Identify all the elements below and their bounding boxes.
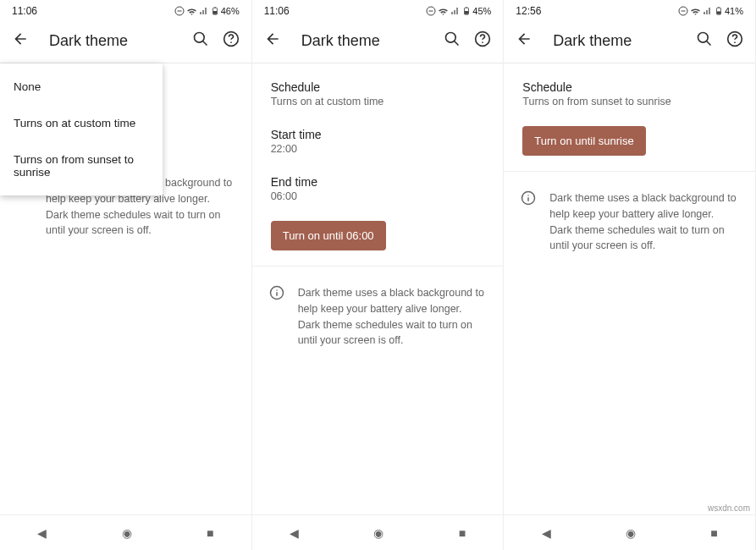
svg-point-24 [734,41,736,43]
svg-point-13 [446,33,456,43]
turn-on-button[interactable]: Turn on until 06:00 [271,221,386,250]
nav-back-icon[interactable]: ◀ [542,526,551,540]
nav-home-icon[interactable]: ◉ [122,526,132,540]
content-area: Schedule Turns on at custom time Start t… [252,63,504,514]
divider [504,171,755,172]
battery-text: 45% [472,6,491,16]
svg-point-26 [528,195,530,196]
schedule-label: Schedule [271,80,485,94]
content-area: None Turns on at custom time Turns on fr… [0,63,251,514]
status-icons: 45% [426,5,491,17]
back-icon[interactable] [12,30,29,51]
svg-point-17 [276,289,278,291]
schedule-item[interactable]: Schedule Turns on from sunset to sunrise [504,70,755,118]
phone-screen-1: 11:06 46% Dark theme None Turns on at cu… [0,0,252,550]
svg-rect-11 [465,11,468,14]
svg-point-6 [230,41,232,43]
clock: 11:06 [12,5,37,17]
clock: 12:56 [516,5,541,17]
svg-rect-2 [213,11,217,14]
start-time-label: Start time [271,128,485,141]
search-icon[interactable] [696,30,713,51]
schedule-value: Turns on from sunset to sunrise [522,96,737,107]
info-text: Dark theme uses a black background to he… [298,285,487,349]
help-icon[interactable] [223,30,240,51]
battery-icon [462,5,471,17]
back-icon[interactable] [264,30,281,51]
battery-icon [715,5,723,17]
dnd-icon [174,6,185,16]
nav-recent-icon[interactable]: ■ [710,526,717,540]
wifi-icon [186,6,197,17]
nav-home-icon[interactable]: ◉ [373,526,384,540]
end-time-value: 06:00 [271,190,485,202]
svg-rect-20 [717,11,720,14]
schedule-item[interactable]: Schedule Turns on at custom time [252,70,504,118]
schedule-menu: None Turns on at custom time Turns on fr… [0,63,163,195]
page-title: Dark theme [553,32,681,50]
signal-icon [703,6,713,16]
info-icon [269,285,284,300]
menu-option-sunset[interactable]: Turns on from sunset to sunrise [0,141,163,190]
end-time-item[interactable]: End time 06:00 [252,165,504,212]
back-icon[interactable] [516,30,533,51]
status-bar: 11:06 45% [252,0,504,20]
battery-text: 41% [725,6,743,16]
status-bar: 12:56 41% [504,0,755,20]
wifi primär-icon [690,6,701,17]
info-icon [521,190,536,206]
svg-point-4 [194,33,204,43]
search-icon[interactable] [444,30,461,51]
nav-recent-icon[interactable]: ■ [459,526,466,540]
dnd-icon [426,6,436,16]
info-row: Dark theme uses a black background to he… [504,179,755,266]
svg-rect-12 [466,7,467,8]
nav-back-icon[interactable]: ◀ [290,526,299,540]
battery-icon [211,5,219,17]
page-title: Dark theme [301,32,429,50]
divider [252,266,504,267]
battery-text: 46% [221,6,240,16]
svg-rect-21 [718,7,720,8]
clock: 11:06 [264,5,290,17]
svg-rect-3 [214,7,216,8]
watermark: wsxdn.com [708,503,750,513]
start-time-value: 22:00 [271,143,485,155]
svg-point-22 [698,33,709,43]
phone-screen-2: 11:06 45% Dark theme Schedule Turns on a… [252,0,505,550]
dnd-icon [678,6,688,16]
status-icons: 41% [678,5,743,17]
app-bar: Dark theme [504,20,755,63]
page-title: Dark theme [49,32,177,50]
nav-back-icon[interactable]: ◀ [37,526,47,540]
wifi-icon [438,6,449,17]
signal-icon [199,6,209,16]
app-bar: Dark theme [252,20,504,63]
info-row: Dark theme uses a black background to he… [252,273,504,360]
nav-bar: ◀ ◉ ■ [252,514,504,550]
phone-screen-3: 12:56 41% Dark theme Schedule Turns on f… [504,0,756,550]
search-icon[interactable] [192,30,209,51]
nav-recent-icon[interactable]: ■ [207,526,213,540]
signal-icon [450,6,461,16]
status-icons: 46% [174,5,240,17]
content-area: Schedule Turns on from sunset to sunrise… [504,63,755,514]
menu-option-custom[interactable]: Turns on at custom time [0,105,163,141]
menu-option-none[interactable]: None [0,69,163,105]
nav-bar: ◀ ◉ ■ [504,514,755,550]
app-bar: Dark theme [0,20,251,63]
status-bar: 11:06 46% [0,0,251,20]
end-time-label: End time [271,175,485,189]
nav-bar: ◀ ◉ ■ [0,514,251,550]
start-time-item[interactable]: Start time 22:00 [252,118,504,165]
schedule-label: Schedule [522,80,737,94]
help-icon[interactable] [474,30,491,51]
nav-home-icon[interactable]: ◉ [626,526,636,540]
svg-point-15 [483,41,484,43]
schedule-value: Turns on at custom time [271,96,485,107]
turn-on-button[interactable]: Turn on until sunrise [522,126,645,156]
info-text: Dark theme uses a black background to he… [549,190,738,254]
help-icon[interactable] [726,30,743,51]
